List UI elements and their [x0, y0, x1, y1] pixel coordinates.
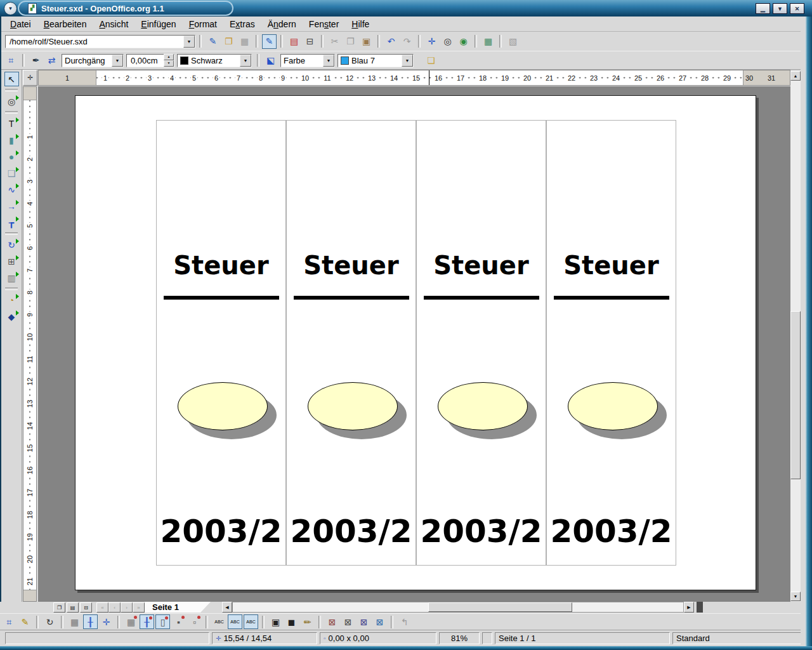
- rotation-mode-button[interactable]: ↻: [43, 614, 57, 629]
- fill-color-combobox[interactable]: Blau 7 ▼: [337, 54, 414, 67]
- fill-color-dropdown-button[interactable]: ▼: [402, 55, 413, 67]
- ellipse-tool-button[interactable]: ●: [4, 149, 19, 164]
- label-title-text[interactable]: Steuer: [547, 253, 676, 278]
- status-zoom-cell[interactable]: 81%: [439, 632, 480, 644]
- ellipse-shape[interactable]: [308, 382, 398, 430]
- horizontal-scrollbar-thumb[interactable]: [428, 602, 572, 612]
- arrow-ends-button[interactable]: ⇄: [44, 53, 59, 68]
- export-as-pdf-button[interactable]: ▤: [287, 34, 301, 49]
- menu-datei[interactable]: Datei: [4, 18, 37, 30]
- zoom-button[interactable]: ◎: [440, 34, 455, 49]
- ellipse-shape[interactable]: [438, 382, 528, 430]
- edit-points-mode-button[interactable]: ⌗: [2, 614, 16, 629]
- picture-placeholder-button[interactable]: ⊠: [325, 614, 339, 629]
- hyperlink-button[interactable]: ◉: [456, 34, 471, 49]
- page-tab-seite-1[interactable]: Seite 1: [145, 602, 211, 613]
- line-color-dropdown-button[interactable]: ▼: [240, 55, 251, 67]
- snap-to-object-frame-button[interactable]: ▪: [171, 614, 186, 629]
- line-contour-only-button[interactable]: ⊠: [372, 614, 387, 629]
- view-mode-3-button[interactable]: ⊟: [80, 602, 92, 613]
- rotate-tool-button[interactable]: ↻: [4, 237, 19, 252]
- label-underline-shape[interactable]: [164, 296, 279, 300]
- canvas-workspace[interactable]: Steuer2003/2Steuer2003/2Steuer2003/2Steu…: [38, 86, 790, 602]
- lines-arrows-tool-button[interactable]: →: [4, 199, 19, 213]
- edit-file-button[interactable]: ✎: [262, 34, 277, 49]
- label-title-text[interactable]: Steuer: [157, 253, 285, 278]
- menu-aendern[interactable]: Ändern: [261, 18, 303, 30]
- fill-type-combobox[interactable]: Farbe ▼: [280, 54, 335, 67]
- line-style-dropdown-button[interactable]: ▼: [112, 55, 123, 67]
- select-tool-button[interactable]: ↖: [4, 72, 19, 86]
- window-menu-button[interactable]: ▼: [4, 2, 17, 15]
- snap-lines-to-front-button[interactable]: ✛: [99, 614, 114, 629]
- label-underline-shape[interactable]: [424, 296, 539, 300]
- insert-object-tool-button[interactable]: ◔: [4, 293, 19, 307]
- show-grid-button[interactable]: ▦: [67, 614, 82, 629]
- snap-to-object-points-button[interactable]: ▫: [187, 614, 202, 629]
- title-bar[interactable]: ▼ ▞ Steuer.sxd - OpenOffice.org 1.1 ▁ ▼ …: [0, 0, 812, 17]
- line-width-spinner[interactable]: ▲ ▼: [126, 54, 174, 67]
- zoom-tool-button[interactable]: ◎: [4, 94, 19, 109]
- label-year-text[interactable]: 2003/2: [157, 515, 285, 547]
- line-style-combobox[interactable]: Durchgäng ▼: [62, 54, 124, 67]
- scroll-right-button[interactable]: ▶: [684, 602, 694, 613]
- ellipse-shape[interactable]: [568, 382, 658, 430]
- url-dropdown-button[interactable]: ▼: [183, 36, 195, 48]
- simple-handles-button[interactable]: ▣: [268, 614, 283, 629]
- snap-to-grid-button[interactable]: ▦: [124, 614, 138, 629]
- page[interactable]: Steuer2003/2Steuer2003/2Steuer2003/2Steu…: [75, 95, 756, 590]
- paste-button[interactable]: ▣: [359, 34, 374, 49]
- spin-up-button[interactable]: ▲: [164, 54, 174, 60]
- menu-fenster[interactable]: Fenster: [303, 18, 345, 30]
- scroll-left-button[interactable]: ◀: [222, 602, 232, 613]
- menu-einfuegen[interactable]: Einfügen: [134, 18, 182, 30]
- effects-tool-button[interactable]: ◆: [4, 309, 19, 324]
- ellipse-shape[interactable]: [178, 382, 268, 430]
- connector-tool-button[interactable]: ┲: [4, 215, 19, 230]
- quick-editing-button[interactable]: ABC: [212, 614, 226, 629]
- vertical-scrollbar[interactable]: ▲ ▼: [790, 71, 801, 602]
- menu-format[interactable]: Format: [183, 18, 223, 30]
- view-mode-2-button[interactable]: ▤: [67, 602, 79, 613]
- large-handles-button[interactable]: ◼: [284, 614, 299, 629]
- url-combobox[interactable]: ▼: [5, 35, 195, 48]
- new-document-button[interactable]: ✎: [206, 34, 220, 49]
- vertical-scrollbar-thumb[interactable]: [790, 311, 801, 479]
- fill-style-dialog-button[interactable]: ⬕: [263, 53, 278, 68]
- menu-hilfe[interactable]: Hilfe: [345, 18, 376, 30]
- scroll-down-button[interactable]: ▼: [790, 592, 801, 601]
- menu-bearbeiten[interactable]: Bearbeiten: [37, 18, 93, 30]
- label-underline-shape[interactable]: [294, 296, 409, 300]
- menu-extras[interactable]: Extras: [223, 18, 261, 30]
- label-title-text[interactable]: Steuer: [417, 253, 546, 278]
- scrollbar-splitter[interactable]: [697, 602, 703, 613]
- text-placeholder-button[interactable]: ⊠: [357, 614, 371, 629]
- edit-points-button[interactable]: ⌗: [4, 53, 18, 68]
- minimize-button[interactable]: ▁: [756, 3, 770, 14]
- line-width-input[interactable]: [129, 55, 162, 66]
- double-click-to-edit-text-button[interactable]: ABC: [244, 614, 258, 629]
- alignment-tool-button[interactable]: ⊞: [4, 254, 19, 269]
- select-text-area-only-button[interactable]: ABC: [228, 614, 242, 629]
- arrange-tool-button[interactable]: ▥: [4, 270, 19, 285]
- edit-glue-points-button[interactable]: ✎: [18, 614, 32, 629]
- modify-with-attributes-button[interactable]: ✏: [300, 614, 315, 629]
- label-year-text[interactable]: 2003/2: [287, 515, 416, 547]
- scroll-up-button[interactable]: ▲: [790, 71, 801, 81]
- undo-button[interactable]: ↶: [384, 34, 398, 49]
- print-file-button[interactable]: ⊟: [303, 34, 317, 49]
- horizontal-scrollbar[interactable]: [232, 602, 684, 613]
- gallery-button[interactable]: ▦: [481, 34, 495, 49]
- line-style-dialog-button[interactable]: ✒: [29, 53, 43, 68]
- snap-to-snap-lines-button[interactable]: ╂: [140, 614, 154, 629]
- contour-mode-button[interactable]: ⊠: [341, 614, 355, 629]
- label-year-text[interactable]: 2003/2: [417, 515, 546, 547]
- label-title-text[interactable]: Steuer: [287, 253, 416, 278]
- spin-down-button[interactable]: ▼: [164, 60, 174, 67]
- line-color-combobox[interactable]: Schwarz ▼: [177, 54, 252, 67]
- label-year-text[interactable]: 2003/2: [547, 515, 676, 547]
- close-button[interactable]: ✕: [790, 3, 804, 14]
- shade-button[interactable]: ▼: [773, 3, 787, 14]
- 3d-objects-tool-button[interactable]: ❑: [4, 166, 19, 180]
- navigator-button[interactable]: ✛: [424, 34, 439, 49]
